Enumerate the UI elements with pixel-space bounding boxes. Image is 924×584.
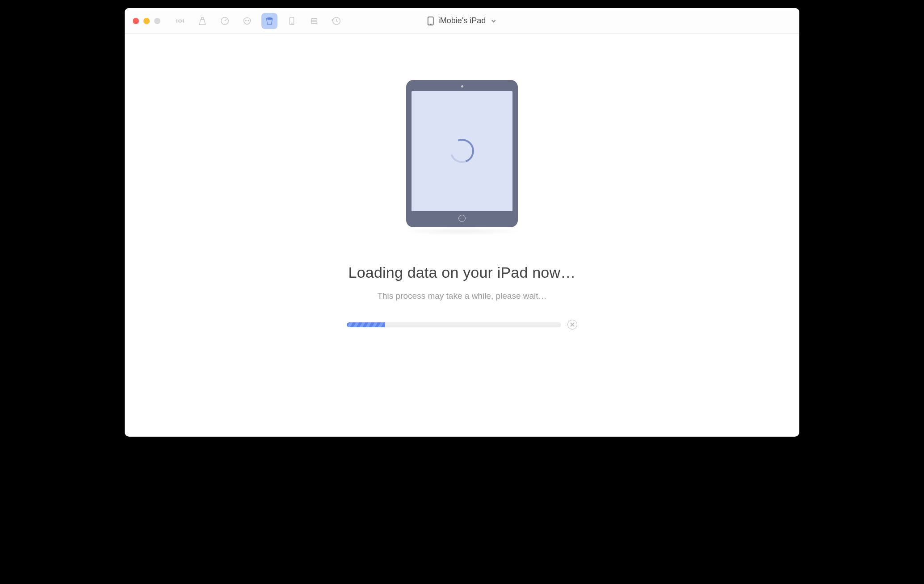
close-icon: [570, 322, 575, 327]
device-selector[interactable]: iMobie's iPad: [428, 16, 497, 25]
svg-point-3: [248, 20, 249, 21]
device-icon[interactable]: [284, 13, 300, 29]
titlebar: iMobie's iPad: [125, 8, 799, 34]
traffic-lights: [133, 18, 160, 24]
spinner-icon: [446, 135, 478, 167]
progress-row: [347, 320, 577, 330]
loading-subtitle: This process may take a while, please wa…: [377, 291, 546, 301]
airdrop-icon[interactable]: [172, 13, 188, 29]
svg-point-2: [245, 20, 246, 21]
content-area: Loading data on your iPad now… This proc…: [125, 34, 799, 437]
close-window-button[interactable]: [133, 18, 139, 24]
svg-rect-7: [311, 18, 317, 23]
chevron-down-icon: [490, 18, 496, 24]
ipad-shadow: [402, 227, 522, 235]
bucket-icon[interactable]: [261, 13, 277, 29]
cancel-button[interactable]: [567, 320, 577, 330]
ipad-body: [406, 80, 518, 227]
ipad-screen: [412, 91, 512, 211]
svg-point-0: [179, 20, 181, 22]
ipad-camera-icon: [461, 85, 463, 88]
toolbar: [172, 13, 344, 29]
ipad-home-icon: [458, 215, 466, 222]
history-icon[interactable]: [328, 13, 344, 29]
speed-icon[interactable]: [217, 13, 233, 29]
progress-fill: [347, 322, 385, 327]
maximize-window-button[interactable]: [154, 18, 160, 24]
apps-icon[interactable]: [306, 13, 322, 29]
device-name: iMobie's iPad: [438, 16, 486, 25]
progress-bar: [347, 322, 561, 327]
app-window: iMobie's iPad Loading data on your iPad …: [125, 8, 799, 437]
privacy-icon[interactable]: [239, 13, 255, 29]
phone-icon: [428, 17, 434, 25]
minimize-window-button[interactable]: [143, 18, 150, 24]
clean-icon[interactable]: [194, 13, 210, 29]
ipad-illustration: [399, 74, 525, 233]
loading-title: Loading data on your iPad now…: [349, 264, 576, 281]
